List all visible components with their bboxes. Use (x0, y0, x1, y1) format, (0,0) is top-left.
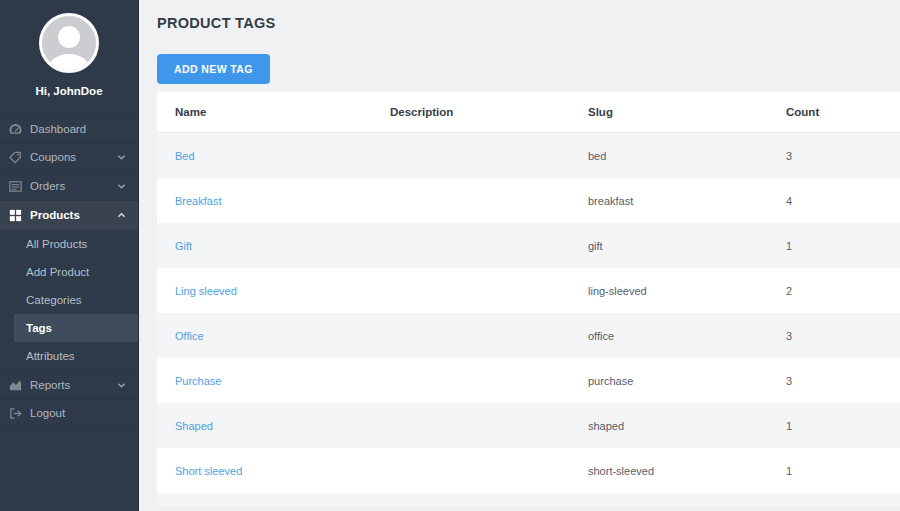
sidebar-item-orders[interactable]: Orders (0, 172, 138, 201)
tag-slug-cell: purchase (588, 375, 786, 387)
avatar (39, 13, 99, 73)
sidebar-item-label: Orders (30, 180, 65, 192)
sidebar-item-products[interactable]: Products (0, 201, 138, 230)
tag-slug-cell: office (588, 330, 786, 342)
tag-slug-cell: shaped (588, 420, 786, 432)
page-title: PRODUCT TAGS (157, 15, 900, 31)
tag-name-cell: Ling sleeved (175, 285, 390, 297)
tag-count-cell: 2 (786, 285, 900, 297)
table-row: Breakfast breakfast 4 (157, 178, 900, 223)
tag-name-link[interactable]: Shaped (175, 420, 213, 432)
table-row-partial (157, 493, 900, 506)
grid-icon (8, 208, 23, 223)
column-header-count: Count (786, 106, 900, 118)
tag-count-cell: 1 (786, 420, 900, 432)
table-row: Gift gift 1 (157, 223, 900, 268)
table-row: Ling sleeved ling-sleeved 2 (157, 268, 900, 313)
tag-name-link[interactable]: Gift (175, 240, 192, 252)
tag-name-link[interactable]: Bed (175, 150, 195, 162)
avatar-shoulders-shape (48, 54, 90, 73)
submenu-item-label: Categories (26, 294, 82, 306)
sidebar: Hi, JohnDoe Dashboard Coupons Orders (0, 0, 139, 511)
table-row: Purchase purchase 3 (157, 358, 900, 403)
table-header-row: Name Description Slug Count (157, 92, 900, 133)
tag-count-cell: 3 (786, 150, 900, 162)
orders-list-icon (8, 179, 23, 194)
table-row: Shaped shaped 1 (157, 403, 900, 448)
column-header-description: Description (390, 106, 588, 118)
tag-count-cell: 3 (786, 330, 900, 342)
chevron-down-icon (117, 182, 126, 191)
user-greeting: Hi, JohnDoe (0, 85, 138, 97)
add-new-tag-button[interactable]: ADD NEW TAG (157, 54, 270, 84)
user-block: Hi, JohnDoe (0, 0, 138, 97)
main-content: PRODUCT TAGS ADD NEW TAG Name Descriptio… (139, 0, 900, 511)
tag-slug-cell: gift (588, 240, 786, 252)
submenu-item-all-products[interactable]: All Products (0, 230, 138, 258)
submenu-item-categories[interactable]: Categories (0, 286, 138, 314)
tag-name-cell: Shaped (175, 420, 390, 432)
sidebar-item-reports[interactable]: Reports (0, 370, 138, 399)
tag-name-cell: Office (175, 330, 390, 342)
submenu-item-tags[interactable]: Tags (14, 314, 138, 342)
chevron-up-icon (117, 211, 126, 220)
sidebar-item-label: Products (30, 209, 80, 221)
sidebar-item-label: Dashboard (30, 123, 86, 135)
submenu-item-attributes[interactable]: Attributes (0, 342, 138, 370)
tags-table-panel: Name Description Slug Count Bed bed 3 Br… (157, 92, 900, 506)
tag-name-cell: Purchase (175, 375, 390, 387)
submenu-item-label: Add Product (26, 266, 89, 278)
area-chart-icon (8, 378, 23, 393)
sidebar-item-logout[interactable]: Logout (0, 399, 138, 428)
sidebar-item-label: Logout (30, 407, 65, 419)
logout-icon (8, 406, 23, 421)
tag-name-cell: Short sleeved (175, 465, 390, 477)
table-row: Office office 3 (157, 313, 900, 358)
tag-slug-cell: breakfast (588, 195, 786, 207)
chevron-down-icon (117, 381, 126, 390)
tag-name-link[interactable]: Short sleeved (175, 465, 242, 477)
tag-name-link[interactable]: Office (175, 330, 204, 342)
tag-name-link[interactable]: Ling sleeved (175, 285, 237, 297)
submenu-item-label: Tags (26, 322, 52, 334)
table-row: Bed bed 3 (157, 133, 900, 178)
tag-count-cell: 3 (786, 375, 900, 387)
tag-name-cell: Bed (175, 150, 390, 162)
sidebar-item-dashboard[interactable]: Dashboard (0, 114, 138, 143)
tag-name-cell: Breakfast (175, 195, 390, 207)
tag-name-cell: Gift (175, 240, 390, 252)
tags-icon (8, 150, 23, 165)
tag-count-cell: 1 (786, 465, 900, 477)
tag-name-link[interactable]: Purchase (175, 375, 221, 387)
tag-count-cell: 1 (786, 240, 900, 252)
gauge-icon (8, 122, 23, 137)
column-header-slug: Slug (588, 106, 786, 118)
tag-name-link[interactable]: Breakfast (175, 195, 221, 207)
sidebar-item-label: Reports (30, 379, 70, 391)
products-submenu: All Products Add Product Categories Tags… (0, 230, 138, 370)
table-body: Bed bed 3 Breakfast breakfast 4 Gift gif… (157, 133, 900, 506)
submenu-item-add-product[interactable]: Add Product (0, 258, 138, 286)
tag-slug-cell: short-sleeved (588, 465, 786, 477)
tag-slug-cell: bed (588, 150, 786, 162)
sidebar-item-coupons[interactable]: Coupons (0, 143, 138, 172)
chevron-down-icon (117, 153, 126, 162)
sidebar-item-label: Coupons (30, 151, 76, 163)
column-header-name: Name (175, 106, 390, 118)
tag-slug-cell: ling-sleeved (588, 285, 786, 297)
table-row: Short sleeved short-sleeved 1 (157, 448, 900, 493)
submenu-item-label: Attributes (26, 350, 75, 362)
avatar-head-shape (58, 26, 80, 48)
submenu-item-label: All Products (26, 238, 87, 250)
tag-count-cell: 4 (786, 195, 900, 207)
sidebar-menu: Dashboard Coupons Orders Products (0, 114, 138, 428)
